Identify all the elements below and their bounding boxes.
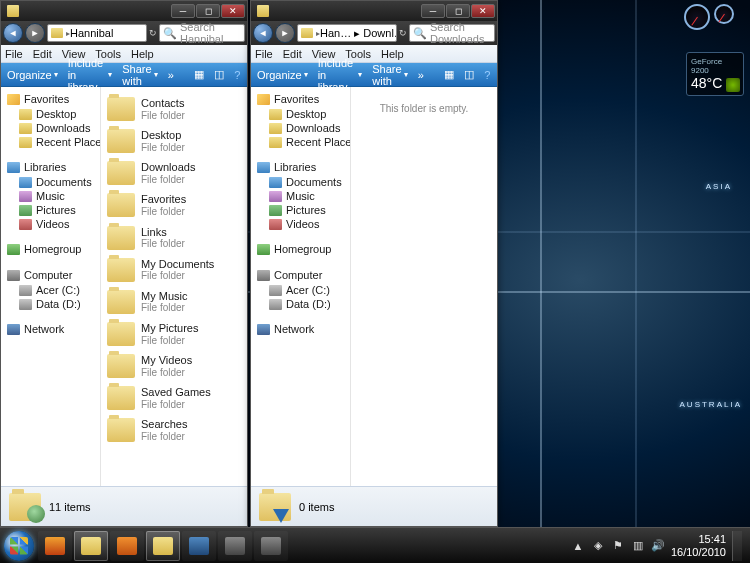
close-button[interactable]: ✕ (221, 4, 245, 18)
nav-libraries[interactable]: Libraries (1, 159, 100, 175)
menu-help[interactable]: Help (131, 48, 154, 60)
clock-time: 15:41 (671, 533, 726, 545)
taskbar-clock[interactable]: 15:41 16/10/2010 (671, 533, 726, 557)
folder-item[interactable]: My MusicFile folder (105, 286, 243, 318)
back-button[interactable]: ◄ (3, 23, 23, 43)
folder-item[interactable]: FavoritesFile folder (105, 189, 243, 221)
folder-item[interactable]: LinksFile folder (105, 222, 243, 254)
nav-item-desktop[interactable]: Desktop (1, 107, 100, 121)
minimize-button[interactable]: ─ (421, 4, 445, 18)
forward-button[interactable]: ► (25, 23, 45, 43)
nav-item-desktop[interactable]: Desktop (251, 107, 350, 121)
tray-shield-icon[interactable]: ◈ (591, 539, 605, 553)
nav-item-acer-c-[interactable]: Acer (C:) (251, 283, 350, 297)
nav-item-downloads[interactable]: Downloads (251, 121, 350, 135)
folder-item[interactable]: My PicturesFile folder (105, 318, 243, 350)
nav-favorites[interactable]: Favorites (251, 91, 350, 107)
share-with-button[interactable]: Share with ▾ (122, 63, 157, 87)
nav-item-data-d-[interactable]: Data (D:) (1, 297, 100, 311)
search-input[interactable]: 🔍Search Downloads (409, 24, 495, 42)
tray-network-icon[interactable]: ▥ (631, 539, 645, 553)
breadcrumb[interactable]: ▸ Hannibal (47, 24, 147, 42)
menu-file[interactable]: File (255, 48, 273, 60)
menu-help[interactable]: Help (381, 48, 404, 60)
refresh-button[interactable]: ↻ (149, 28, 157, 38)
menu-edit[interactable]: Edit (33, 48, 52, 60)
folder-item[interactable]: My VideosFile folder (105, 350, 243, 382)
nav-network[interactable]: Network (251, 321, 350, 337)
tray-flag-icon[interactable]: ⚑ (611, 539, 625, 553)
menu-edit[interactable]: Edit (283, 48, 302, 60)
search-input[interactable]: 🔍Search Hannibal (159, 24, 245, 42)
nav-network[interactable]: Network (1, 321, 100, 337)
nav-item-data-d-[interactable]: Data (D:) (251, 297, 350, 311)
titlebar[interactable]: ─◻✕ (1, 1, 247, 21)
titlebar[interactable]: ─◻✕ (251, 1, 497, 21)
taskbar-app-firefox[interactable] (38, 531, 72, 561)
nav-libraries[interactable]: Libraries (251, 159, 350, 175)
nav-item-videos[interactable]: Videos (251, 217, 350, 231)
start-button[interactable] (4, 531, 34, 561)
close-button[interactable]: ✕ (471, 4, 495, 18)
nav-item-music[interactable]: Music (1, 189, 100, 203)
view-button[interactable]: ▦ (444, 68, 454, 82)
nav-item-videos[interactable]: Videos (1, 217, 100, 231)
folder-item[interactable]: SearchesFile folder (105, 414, 243, 446)
nav-item-documents[interactable]: Documents (1, 175, 100, 189)
folder-icon (107, 354, 135, 378)
tray-up-icon[interactable]: ▲ (571, 539, 585, 553)
content-pane[interactable]: ContactsFile folderDesktopFile folderDow… (101, 87, 247, 486)
tray-volume-icon[interactable]: 🔊 (651, 539, 665, 553)
taskbar-app-app6[interactable] (218, 531, 252, 561)
explorer-window-1: ─◻✕◄►▸ Hannibal↻🔍Search HannibalFileEdit… (0, 0, 248, 527)
organize-button[interactable]: Organize ▾ (7, 69, 58, 81)
nav-computer[interactable]: Computer (251, 267, 350, 283)
organize-button[interactable]: Organize ▾ (257, 69, 308, 81)
minimize-button[interactable]: ─ (171, 4, 195, 18)
folder-item[interactable]: DesktopFile folder (105, 125, 243, 157)
folder-item[interactable]: My DocumentsFile folder (105, 254, 243, 286)
nav-item-pictures[interactable]: Pictures (1, 203, 100, 217)
help-button[interactable]: ? (234, 68, 241, 82)
cpu-meter-gadget[interactable] (684, 4, 744, 44)
more-button[interactable]: » (168, 69, 174, 81)
taskbar-app-explorer2[interactable] (146, 531, 180, 561)
folder-item[interactable]: Saved GamesFile folder (105, 382, 243, 414)
nav-item-recent-places[interactable]: Recent Places (1, 135, 100, 149)
forward-button[interactable]: ► (275, 23, 295, 43)
nav-item-pictures[interactable]: Pictures (251, 203, 350, 217)
view-button[interactable]: ▦ (194, 68, 204, 82)
maximize-button[interactable]: ◻ (196, 4, 220, 18)
maximize-button[interactable]: ◻ (446, 4, 470, 18)
content-pane[interactable]: This folder is empty. (351, 87, 497, 486)
nav-homegroup[interactable]: Homegroup (251, 241, 350, 257)
help-button[interactable]: ? (484, 68, 491, 82)
nvidia-logo-icon (726, 78, 740, 92)
back-button[interactable]: ◄ (253, 23, 273, 43)
menu-file[interactable]: File (5, 48, 23, 60)
more-button[interactable]: » (418, 69, 424, 81)
gpu-temp-gadget[interactable]: GeForce 9200 48°C (686, 52, 744, 96)
folder-item[interactable]: DownloadsFile folder (105, 157, 243, 189)
preview-pane-button[interactable]: ◫ (464, 68, 474, 82)
refresh-button[interactable]: ↻ (399, 28, 407, 38)
taskbar-app-explorer[interactable] (74, 531, 108, 561)
breadcrumb[interactable]: ▸ Han… ▸ Downl… (297, 24, 397, 42)
nav-favorites[interactable]: Favorites (1, 91, 100, 107)
taskbar-app-wmp[interactable] (110, 531, 144, 561)
nav-item-acer-c-[interactable]: Acer (C:) (1, 283, 100, 297)
nav-item-music[interactable]: Music (251, 189, 350, 203)
nav-item-documents[interactable]: Documents (251, 175, 350, 189)
nav-item-downloads[interactable]: Downloads (1, 121, 100, 135)
share-with-button[interactable]: Share with ▾ (372, 63, 407, 87)
nav-homegroup[interactable]: Homegroup (1, 241, 100, 257)
preview-pane-button[interactable]: ◫ (214, 68, 224, 82)
details-pane: 0 items (251, 486, 497, 526)
nav-item-recent-places[interactable]: Recent Places (251, 135, 350, 149)
app6-icon (225, 537, 245, 555)
taskbar-app-app5[interactable] (182, 531, 216, 561)
folder-item[interactable]: ContactsFile folder (105, 93, 243, 125)
taskbar-app-app7[interactable] (254, 531, 288, 561)
show-desktop-button[interactable] (732, 531, 742, 561)
nav-computer[interactable]: Computer (1, 267, 100, 283)
